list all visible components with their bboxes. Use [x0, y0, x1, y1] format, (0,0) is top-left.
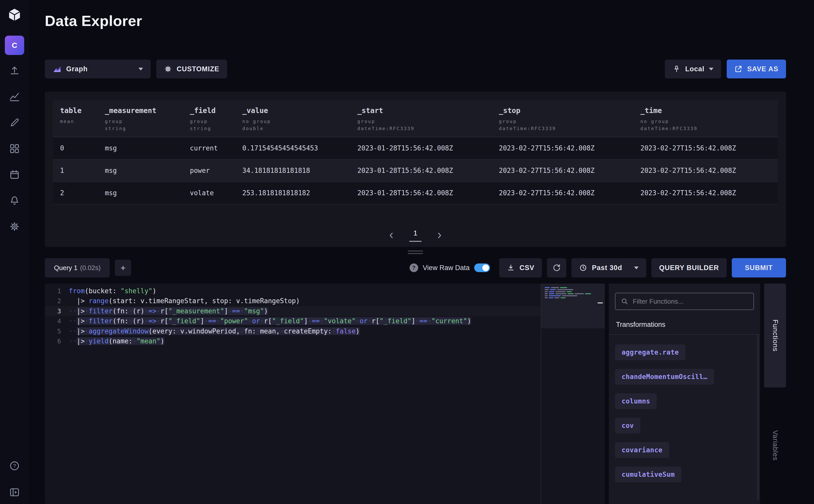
column-header: _timeno groupdateTime:RFC3339 [633, 100, 778, 137]
influxdb-logo-icon[interactable] [7, 7, 22, 22]
time-range-dropdown[interactable]: Past 30d [571, 258, 646, 277]
query-toolbar: Query 1 (0.02s) + ? View Raw Data CSV [45, 258, 786, 277]
panel-resize-handle[interactable] [408, 250, 423, 256]
view-raw-data-toggle[interactable] [474, 263, 490, 272]
code-line: 2 |> range(start: v.timeRangeStart, stop… [45, 296, 541, 306]
query-builder-label: QUERY BUILDER [659, 264, 719, 272]
download-icon [507, 264, 515, 272]
line-number: 4 [45, 316, 69, 326]
tab-functions[interactable]: Functions [764, 284, 786, 387]
page-prev-icon[interactable] [386, 230, 397, 241]
sidebar-toggle-icon[interactable] [9, 487, 20, 498]
table-cell: msg [98, 160, 183, 181]
raw-data-table: tablemean_measurementgroupstring_fieldgr… [53, 100, 778, 204]
functions-panel: Transformations aggregate.ratechandeMome… [609, 284, 760, 504]
query-tab[interactable]: Query 1 (0.02s) [45, 258, 110, 277]
table-row: 0msgcurrent0.171545454545454532023-01-28… [53, 137, 778, 160]
external-link-icon [734, 65, 742, 73]
function-search[interactable] [615, 293, 754, 310]
notebooks-icon[interactable] [9, 117, 20, 128]
code-line: 6··|>·yield(name:·"mean") [45, 336, 541, 346]
query-tab-label: Query 1 [54, 264, 78, 272]
column-header: _measurementgroupstring [98, 100, 183, 137]
search-icon [621, 297, 629, 305]
line-number: 1 [45, 286, 69, 296]
column-header: _valueno groupdouble [235, 100, 350, 137]
sidebar-bottom: ? [9, 460, 20, 498]
functions-scrollbar[interactable] [757, 334, 759, 500]
column-subtype: double [242, 125, 348, 132]
table-cell: 2023-01-28T15:56:42.008Z [350, 160, 492, 181]
query-builder-button[interactable]: QUERY BUILDER [651, 258, 726, 277]
table-cell: 2023-01-28T15:56:42.008Z [350, 182, 492, 204]
function-item[interactable]: covariance [615, 442, 669, 458]
save-as-button[interactable]: SAVE AS [727, 60, 786, 78]
question-circle-icon[interactable]: ? [410, 263, 418, 272]
data-explorer-icon[interactable] [9, 91, 20, 102]
view-type-dropdown[interactable]: Graph [45, 60, 151, 78]
function-list: aggregate.ratechandeMomentumOscill…colum… [615, 335, 754, 482]
load-data-icon[interactable] [9, 65, 20, 76]
table-cell: 2023-02-27T15:56:42.008Z [633, 160, 778, 181]
add-query-button[interactable]: + [115, 260, 131, 276]
table-cell: volate [183, 182, 235, 204]
table-cell: msg [98, 137, 183, 159]
raw-data-panel: tablemean_measurementgroupstring_fieldgr… [45, 92, 786, 247]
settings-icon[interactable] [9, 221, 20, 232]
line-number: 6 [45, 336, 69, 346]
column-name: table [60, 106, 96, 115]
column-header: _startgroupdateTime:RFC3339 [350, 100, 492, 137]
code-line: 4··|>·filter(fn:·(r)·=>·r["_field"]·==·"… [45, 316, 541, 326]
function-item[interactable]: cumulativeSum [615, 467, 681, 482]
table-cell: 2023-01-28T15:56:42.008Z [350, 137, 492, 159]
submit-button[interactable]: SUBMIT [732, 258, 786, 277]
view-raw-data-label: View Raw Data [423, 264, 470, 272]
column-subtype: string [105, 125, 181, 132]
view-raw-data-group: ? View Raw Data [410, 263, 490, 272]
table-cell: 2023-02-27T15:56:42.008Z [633, 182, 778, 204]
minimap-slider[interactable] [598, 302, 603, 303]
alerts-icon[interactable] [9, 195, 20, 206]
table-cell: 2023-02-27T15:56:42.008Z [492, 182, 633, 204]
refresh-button[interactable] [547, 258, 566, 277]
column-header: _fieldgroupstring [183, 100, 235, 137]
local-dropdown[interactable]: Local [665, 60, 721, 78]
function-item[interactable]: columns [615, 393, 657, 409]
query-editor-section: 1from(bucket: "shelly")2 |> range(start:… [45, 284, 786, 504]
save-as-label: SAVE AS [747, 65, 778, 73]
csv-label: CSV [520, 264, 535, 272]
table-cell: 253.1818181818182 [235, 182, 350, 204]
function-item[interactable]: aggregate.rate [615, 344, 685, 360]
line-number: 3 [45, 306, 69, 316]
column-header: _stopgroupdateTime:RFC3339 [492, 100, 633, 137]
account-avatar[interactable]: C [5, 36, 24, 55]
function-item[interactable]: cov [615, 418, 640, 433]
csv-button[interactable]: CSV [499, 258, 542, 277]
editor-minimap[interactable] [541, 284, 605, 504]
dashboards-icon[interactable] [9, 143, 20, 154]
flux-code-editor[interactable]: 1from(bucket: "shelly")2 |> range(start:… [45, 284, 605, 504]
page-next-icon[interactable] [434, 230, 445, 241]
line-number: 2 [45, 296, 69, 306]
table-row: 2msgvolate253.18181818181822023-01-28T15… [53, 182, 778, 204]
table-cell: 2023-02-27T15:56:42.008Z [633, 137, 778, 159]
current-page[interactable]: 1 [409, 229, 422, 242]
code-lines: 1from(bucket: "shelly")2 |> range(start:… [45, 284, 541, 504]
help-icon[interactable]: ? [9, 460, 20, 471]
table-cell: 34.18181818181818 [235, 160, 350, 181]
customize-button[interactable]: CUSTOMIZE [156, 60, 227, 78]
table-header-row: tablemean_measurementgroupstring_fieldgr… [53, 100, 778, 137]
code-line: 1from(bucket: "shelly") [45, 286, 541, 296]
tasks-icon[interactable] [9, 169, 20, 180]
submit-label: SUBMIT [745, 264, 773, 272]
tab-variables[interactable]: Variables [764, 415, 786, 476]
function-search-input[interactable] [633, 298, 748, 305]
code-line: 5··|>·aggregateWindow(every:·v.windowPer… [45, 326, 541, 336]
column-name: _value [242, 106, 348, 115]
table-cell: 1 [53, 160, 98, 181]
table-cell: 2023-02-27T15:56:42.008Z [492, 137, 633, 159]
column-subtype: string [190, 125, 233, 132]
function-item[interactable]: chandeMomentumOscill… [615, 369, 714, 385]
right-tab-strip: Functions Variables [764, 284, 786, 504]
column-name: _field [190, 106, 233, 115]
